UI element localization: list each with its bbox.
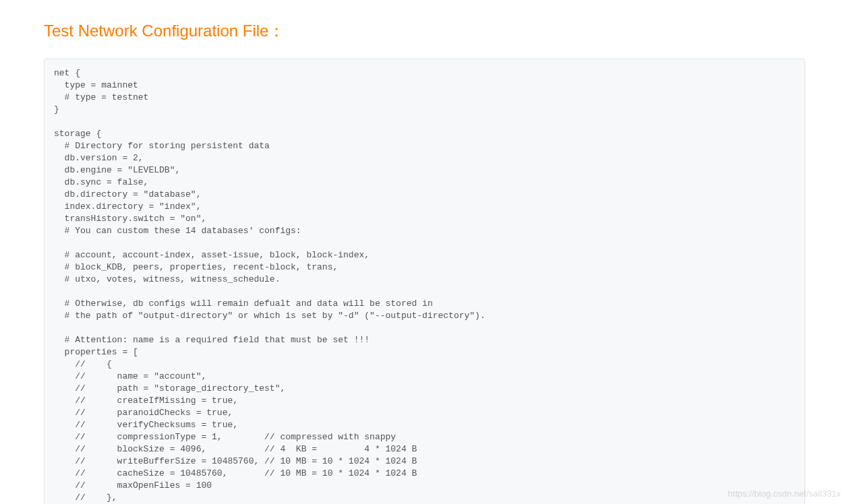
code-block: net { type = mainnet # type = testnet } … <box>44 59 805 504</box>
section-heading: Test Network Configuration File： <box>44 20 805 42</box>
